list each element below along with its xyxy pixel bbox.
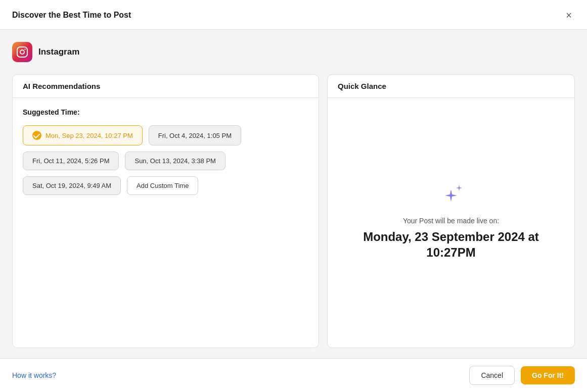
time-slot-3[interactable]: Fri, Oct 11, 2024, 5:26 PM [23, 152, 119, 170]
how-it-works-link[interactable]: How it works? [12, 371, 56, 379]
time-slot-4[interactable]: Sun, Oct 13, 2024, 3:38 PM [125, 152, 225, 170]
footer-actions: Cancel Go For It! [469, 366, 575, 385]
dialog: Discover the Best Time to Post × Instagr… [0, 0, 587, 392]
quick-glance-panel: Quick Glance Your Post will be made live… [327, 74, 575, 348]
platform-name: Instagram [38, 47, 79, 57]
dialog-footer: How it works? Cancel Go For It! [0, 358, 587, 392]
instagram-icon [12, 42, 32, 62]
suggested-label: Suggested Time: [23, 108, 308, 116]
cancel-button[interactable]: Cancel [469, 366, 515, 385]
time-slot-5[interactable]: Sat, Oct 19, 2024, 9:49 AM [23, 176, 121, 195]
post-live-intro: Your Post will be made live on: [403, 217, 499, 225]
time-row-3: Sat, Oct 19, 2024, 9:49 AM Add Custom Ti… [23, 176, 308, 195]
time-row-1: Mon, Sep 23, 2024, 10:27 PM Fri, Oct 4, … [23, 125, 308, 145]
svg-rect-0 [17, 47, 27, 57]
post-live-date: Monday, 23 September 2024 at 10:27PM [343, 229, 559, 260]
dialog-body: Instagram AI Recommendations Suggested T… [0, 30, 587, 358]
quick-glance-content: Your Post will be made live on: Monday, … [328, 98, 574, 345]
time-buttons: Mon, Sep 23, 2024, 10:27 PM Fri, Oct 4, … [23, 125, 308, 195]
time-slot-1[interactable]: Mon, Sep 23, 2024, 10:27 PM [23, 125, 143, 145]
ai-panel-content: Suggested Time: Mon, Sep 23, 2024, 10:27… [13, 98, 319, 205]
close-button[interactable]: × [563, 9, 575, 21]
ai-panel-header: AI Recommendations [13, 75, 319, 98]
platform-row: Instagram [12, 40, 575, 66]
quick-glance-header: Quick Glance [328, 75, 574, 98]
ai-recommendations-panel: AI Recommendations Suggested Time: Mon, … [12, 74, 319, 348]
add-custom-time-button[interactable]: Add Custom Time [127, 176, 198, 195]
check-icon [32, 131, 41, 140]
dialog-title: Discover the Best Time to Post [12, 11, 131, 20]
svg-point-1 [20, 50, 24, 54]
panels: AI Recommendations Suggested Time: Mon, … [12, 74, 575, 348]
sparkles-icon [436, 182, 466, 209]
go-for-it-button[interactable]: Go For It! [521, 366, 575, 384]
time-row-2: Fri, Oct 11, 2024, 5:26 PM Sun, Oct 13, … [23, 152, 308, 170]
time-slot-2[interactable]: Fri, Oct 4, 2024, 1:05 PM [149, 125, 241, 145]
svg-point-2 [24, 48, 25, 50]
dialog-header: Discover the Best Time to Post × [0, 0, 587, 30]
